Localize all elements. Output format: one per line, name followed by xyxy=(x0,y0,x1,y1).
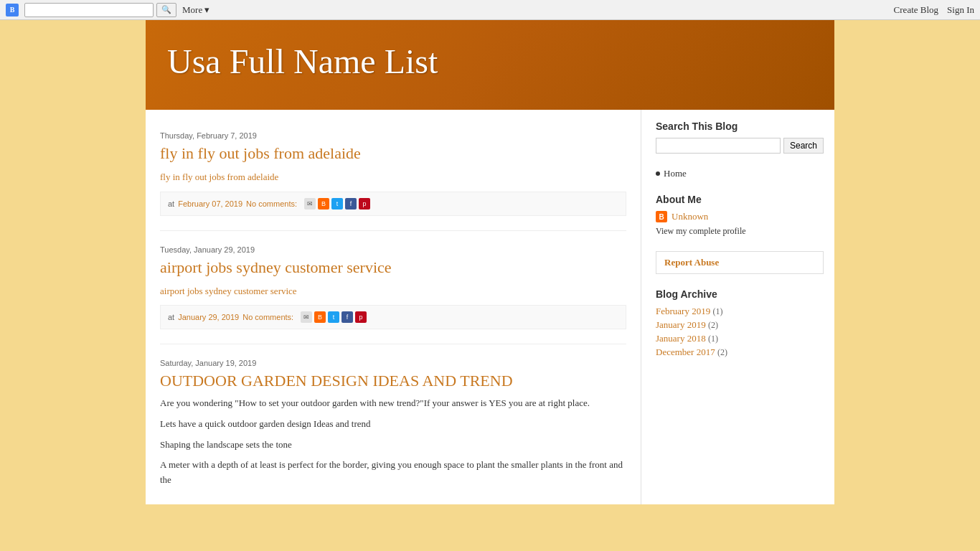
post-2-body-link[interactable]: airport jobs sydney customer service xyxy=(160,286,297,296)
navbar-search-input[interactable] xyxy=(24,3,154,17)
archive-link-dec2017[interactable]: December 2017 (2) xyxy=(656,347,727,357)
post-3-date-header: Saturday, January 19, 2019 xyxy=(160,359,626,367)
post2-share-blogger-icon[interactable]: B xyxy=(314,311,326,323)
sidebar-about-title: About Me xyxy=(656,194,824,205)
blog-title: Usa Full Name List xyxy=(167,42,813,81)
share-email-icon[interactable]: ✉ xyxy=(304,198,316,209)
archive-links: February 2019 (1) January 2019 (2) xyxy=(656,306,824,358)
post2-share-twitter-icon[interactable]: t xyxy=(328,311,339,323)
main-layout: Thursday, February 7, 2019 fly in fly ou… xyxy=(146,110,834,504)
post-2-no-comments[interactable]: No comments: xyxy=(242,313,293,321)
post-1-share-icons: ✉ B t f p xyxy=(304,198,370,209)
blog-header: Usa Full Name List xyxy=(146,20,834,110)
post-1: Thursday, February 7, 2019 fly in fly ou… xyxy=(160,131,626,216)
post-3-title: OUTDOOR GARDEN DESIGN IDEAS AND TREND xyxy=(160,372,626,390)
post-1-footer-at: at xyxy=(168,199,174,208)
about-user: B Unknown xyxy=(656,211,824,222)
navbar-right: Create Blog Sign In xyxy=(894,4,974,16)
sidebar-archive-title: Blog Archive xyxy=(656,288,824,300)
report-abuse-label: Report Abuse xyxy=(659,254,725,271)
nav-links: Home xyxy=(656,168,824,179)
archive-item-2: January 2018 (1) xyxy=(656,333,824,344)
post-1-footer: at February 07, 2019 No comments: ✉ B t … xyxy=(160,192,626,216)
sign-in-link[interactable]: Sign In xyxy=(947,4,974,16)
sidebar-search-input[interactable] xyxy=(656,138,781,154)
post-1-date-header: Thursday, February 7, 2019 xyxy=(160,131,626,140)
post-2-date-header: Tuesday, January 29, 2019 xyxy=(160,245,626,254)
post-2-footer-at: at xyxy=(168,313,174,321)
post-2-footer-date[interactable]: January 29, 2019 xyxy=(178,313,239,321)
sidebar-about-section: About Me B Unknown View my complete prof… xyxy=(656,194,824,237)
share-twitter-icon[interactable]: t xyxy=(331,198,343,209)
navbar-search: 🔍 xyxy=(24,3,176,17)
page-wrapper: Usa Full Name List Thursday, February 7,… xyxy=(0,20,980,551)
nav-bullet-icon xyxy=(656,171,660,176)
post-2: Tuesday, January 29, 2019 airport jobs s… xyxy=(160,245,626,330)
post-3-body-line-1: Are you wondering "How to set your outdo… xyxy=(160,396,626,411)
search-widget: Search xyxy=(656,138,824,154)
post-3-body-line-2: Lets have a quick outdoor garden design … xyxy=(160,417,626,432)
post-divider-1 xyxy=(160,230,626,231)
blog-container: Usa Full Name List Thursday, February 7,… xyxy=(146,20,834,504)
archive-link-jan2018[interactable]: January 2018 (1) xyxy=(656,333,718,344)
navbar: B 🔍 More ▾ Create Blog Sign In xyxy=(0,0,980,20)
archive-item-0: February 2019 (1) xyxy=(656,306,824,317)
archive-link-jan2019[interactable]: January 2019 (2) xyxy=(656,319,718,330)
post2-share-facebook-icon[interactable]: f xyxy=(341,311,353,323)
archive-link-feb2019[interactable]: February 2019 (1) xyxy=(656,306,722,316)
share-facebook-icon[interactable]: f xyxy=(345,198,357,209)
about-blogger-icon: B xyxy=(656,211,667,222)
sidebar-search-section: Search This Blog Search xyxy=(656,121,824,154)
sidebar-search-title: Search This Blog xyxy=(656,121,824,132)
post2-share-pinterest-icon[interactable]: p xyxy=(355,311,367,323)
post-1-footer-date[interactable]: February 07, 2019 xyxy=(178,199,242,208)
post-2-body: airport jobs sydney customer service xyxy=(160,284,626,298)
post-2-title: airport jobs sydney customer service xyxy=(160,258,626,277)
sidebar: Search This Blog Search Home xyxy=(641,110,834,504)
post-3: Saturday, January 19, 2019 OUTDOOR GARDE… xyxy=(160,359,626,488)
post-2-share-icons: ✉ B t f p xyxy=(301,311,367,323)
post-3-title-link[interactable]: OUTDOOR GARDEN DESIGN IDEAS AND TREND xyxy=(160,372,513,390)
navbar-search-button[interactable]: 🔍 xyxy=(156,3,176,17)
main-content: Thursday, February 7, 2019 fly in fly ou… xyxy=(146,110,641,504)
post-3-body-line-4: A meter with a depth of at least is perf… xyxy=(160,458,626,488)
sidebar-search-button[interactable]: Search xyxy=(783,138,824,154)
post-1-body: fly in fly out jobs from adelaide xyxy=(160,170,626,184)
archive-item-3: December 2017 (2) xyxy=(656,347,824,358)
post-1-no-comments[interactable]: No comments: xyxy=(246,199,297,208)
post-2-title-link[interactable]: airport jobs sydney customer service xyxy=(160,258,392,276)
sidebar-archive-section: Blog Archive February 2019 (1) January 2… xyxy=(656,288,824,358)
about-username[interactable]: Unknown xyxy=(672,211,708,222)
share-blogger-icon[interactable]: B xyxy=(318,198,329,209)
post-1-title: fly in fly out jobs from adelaide xyxy=(160,144,626,163)
nav-home-item: Home xyxy=(656,168,824,179)
sidebar-nav-section: Home xyxy=(656,168,824,179)
create-blog-link[interactable]: Create Blog xyxy=(894,4,938,16)
nav-home-link[interactable]: Home xyxy=(664,168,687,179)
navbar-more-dropdown[interactable]: More ▾ xyxy=(182,4,209,16)
post-divider-2 xyxy=(160,344,626,344)
archive-item-1: January 2019 (2) xyxy=(656,319,824,331)
post-1-title-link[interactable]: fly in fly out jobs from adelaide xyxy=(160,144,361,162)
view-profile-link[interactable]: View my complete profile xyxy=(656,226,824,237)
blogger-logo-icon: B xyxy=(6,4,19,17)
post-2-footer: at January 29, 2019 No comments: ✉ B t f… xyxy=(160,305,626,329)
post2-share-email-icon[interactable]: ✉ xyxy=(301,311,312,323)
post-1-body-link[interactable]: fly in fly out jobs from adelaide xyxy=(160,171,278,182)
report-abuse-container: Report Abuse xyxy=(656,251,824,274)
post-3-body-line-3: Shaping the landscape sets the tone xyxy=(160,438,626,453)
share-pinterest-icon[interactable]: p xyxy=(359,198,370,209)
